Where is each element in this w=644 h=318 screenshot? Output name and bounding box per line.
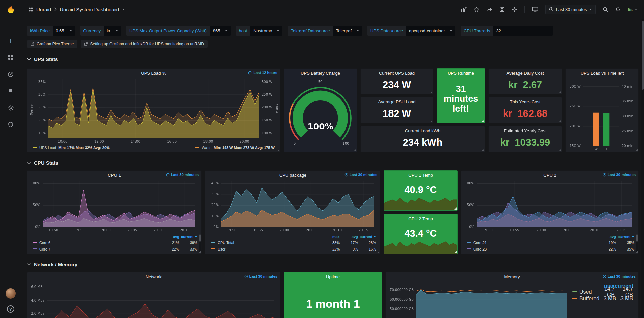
share-icon[interactable] [487,7,492,12]
star-icon[interactable] [474,7,479,12]
stat-value: 182 W [361,106,433,123]
sidebar-menu: + [7,37,14,128]
network-chart[interactable] [29,281,278,318]
divider [524,6,525,13]
legend-series-toggle[interactable]: User [211,247,322,251]
legend-scrollbar[interactable] [636,234,638,252]
dashboard-title[interactable]: Unraid System Dashboard [60,7,119,12]
panel-title[interactable]: CPU 1 [108,173,121,178]
panel-title[interactable]: This Years Cost [510,99,540,104]
cpu-package-chart[interactable] [208,179,378,233]
breadcrumb: Unraid Unraid System Dashboard [28,7,125,12]
breadcrumb-app[interactable]: Unraid [36,7,51,12]
zoom-out-icon[interactable] [603,7,608,12]
page-scrollbar[interactable] [641,19,644,318]
settings-gear-icon[interactable] [512,7,517,12]
variable-value-dropdown[interactable]: Telegraf [333,26,362,36]
panel-title[interactable]: CPU 2 Temp [408,216,433,221]
help-icon[interactable]: ? [7,305,14,313]
cpu1-chart[interactable] [29,179,199,233]
time-range-picker[interactable]: Last 30 minutes [545,5,596,14]
legend-series-toggle[interactable]: Core 6 [33,241,161,245]
chart-area [463,179,636,233]
section-header-cpu-stats[interactable]: CPU Stats [27,160,639,166]
section-header-ups-stats[interactable]: UPS Stats [27,56,639,62]
refresh-icon[interactable] [615,7,621,12]
legend-col-avg[interactable]: avg [161,235,179,239]
variable-value-dropdown[interactable]: apcupsd-container [406,26,455,36]
panel-title[interactable]: Memory [504,274,520,279]
legend-series-toggle[interactable]: UPS Load Min: 17% Max: 32% Avg: 20% [33,146,110,150]
series-name: User [218,247,225,251]
legend-col-avg[interactable]: avg [340,235,358,239]
server-admin-shield-icon[interactable] [7,121,14,128]
panel-cpu1-temp: CPU 1 Temp 40.9 °C [384,170,458,211]
panel-title[interactable]: CPU 2 [543,173,556,178]
tv-mode-icon[interactable] [532,6,538,13]
legend-series-toggle[interactable]: Core 21 [467,241,598,245]
legend-series-toggle[interactable]: CPU Total [211,241,322,245]
legend-series-toggle[interactable]: Used [572,289,597,295]
legend-series-toggle[interactable]: Buffered [572,296,599,302]
user-avatar[interactable] [6,288,16,299]
panel-title[interactable]: UPS Battery Charge [301,71,340,76]
legend-col-max[interactable]: max [322,235,340,239]
panel-title[interactable]: Average Daily Cost [506,71,544,76]
variable-label: kWh Price [27,26,53,36]
panel-header: CPU 1 Last 30 minutes [27,171,201,179]
variable-value-dropdown[interactable]: kr [104,26,121,36]
refresh-interval-picker[interactable]: 5s [628,7,637,12]
legend-col-avg[interactable]: avg [598,235,616,239]
panel-title[interactable]: Uptime [326,274,340,279]
panel-title[interactable]: Estimated Yearly Cost [504,128,546,133]
ups-load-vs-time-bars[interactable] [568,77,636,151]
section-title: UPS Stats [34,56,58,62]
legend-series-toggle[interactable]: Watts Min: 148 W Max: 278 W Avg: 175 W [195,146,275,150]
memory-chart[interactable] [388,281,570,318]
chevron-down-icon [69,30,72,31]
panel-title[interactable]: UPS Load % [141,71,166,76]
panel-time-label: Last 30 minutes [171,173,199,177]
panel-header: Memory Last 30 minutes [386,272,638,281]
dashboard-link[interactable]: Setting up Grafana and InfluxDB for UPS … [81,40,208,48]
panel-title[interactable]: CPU 1 Temp [408,173,433,178]
grafana-logo[interactable] [5,5,16,16]
cpu1-temp-sparkline [384,196,457,210]
panel-time-label: Last 30 minutes [608,274,636,278]
explore-compass-icon[interactable] [7,71,14,78]
panel-title[interactable]: Average PSU Load [378,99,415,104]
panel-title[interactable]: UPS Load vs Time left [581,71,624,76]
battery-gauge[interactable] [286,77,355,151]
create-plus-icon[interactable]: + [7,37,14,44]
variable-value-dropdown[interactable]: Nostromo [250,26,282,36]
panel-title[interactable]: Current UPS Load [379,71,415,76]
variable-value-dropdown[interactable]: 0.65 [53,26,75,36]
legend-series-toggle[interactable]: Core 23 [467,247,598,251]
section-header-network-memory[interactable]: Network / Memory [27,262,639,267]
chevron-down-icon[interactable] [122,9,125,10]
legend-col-current[interactable]: current [358,235,376,239]
sidebar: + ? [0,0,21,318]
scrollbar-thumb[interactable] [642,21,644,90]
navbar-actions: Last 30 minutes 5s [461,5,637,14]
variable-value-dropdown[interactable]: 865 [210,26,231,36]
cpu2-chart[interactable] [463,179,636,233]
configuration-gear-icon[interactable] [7,104,14,111]
legend-col-current[interactable]: current [616,235,634,239]
panel-title[interactable]: Current Load kWh [405,128,441,133]
legend-series-toggle[interactable]: Core 7 [33,247,161,251]
legend-col-current[interactable]: current [179,235,197,239]
ups-load-chart[interactable] [29,77,278,144]
variable-value: apcupsd-container [409,28,445,33]
panel-title[interactable]: CPU package [279,173,306,178]
dashboards-icon[interactable] [7,54,14,61]
panel-title[interactable]: Network [146,274,162,279]
clock-icon [549,7,554,12]
save-icon[interactable] [499,7,505,12]
alerting-bell-icon[interactable] [7,88,14,94]
panel-title[interactable]: UPS Runtime [448,71,474,76]
add-panel-icon[interactable] [461,6,467,12]
dashboard-link[interactable]: Grafana Plex Theme [27,40,77,48]
legend-scrollbar[interactable] [199,234,201,252]
cpu-threads-input[interactable]: 32 [493,26,553,36]
